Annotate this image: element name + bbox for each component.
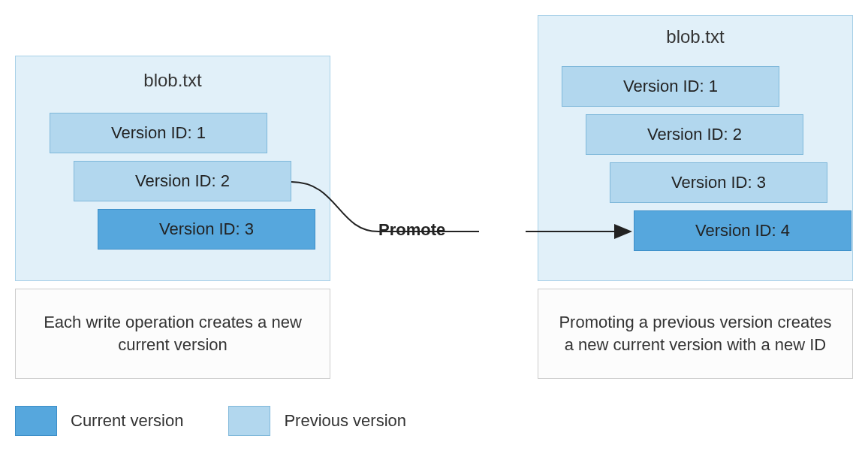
- legend-swatch-current: [15, 406, 57, 436]
- right-version-1: Version ID: 1: [562, 66, 779, 107]
- right-blob-title: blob.txt: [538, 26, 852, 47]
- promote-label: Promote: [378, 220, 445, 240]
- left-version-3-current: Version ID: 3: [98, 209, 315, 250]
- legend: Current version Previous version: [15, 406, 406, 436]
- right-version-2: Version ID: 2: [586, 114, 803, 155]
- left-caption: Each write operation creates a new curre…: [15, 289, 330, 379]
- right-caption: Promoting a previous version creates a n…: [538, 289, 853, 379]
- left-version-1: Version ID: 1: [50, 113, 267, 153]
- versioning-diagram: blob.txt Version ID: 1 Version ID: 2 Ver…: [15, 15, 853, 457]
- left-version-2: Version ID: 2: [74, 161, 291, 201]
- left-blob-title: blob.txt: [16, 70, 330, 91]
- legend-label-previous: Previous version: [284, 411, 406, 431]
- legend-label-current: Current version: [71, 411, 183, 431]
- right-version-4-current: Version ID: 4: [634, 210, 851, 251]
- right-version-3: Version ID: 3: [610, 162, 827, 203]
- legend-swatch-previous: [228, 406, 270, 436]
